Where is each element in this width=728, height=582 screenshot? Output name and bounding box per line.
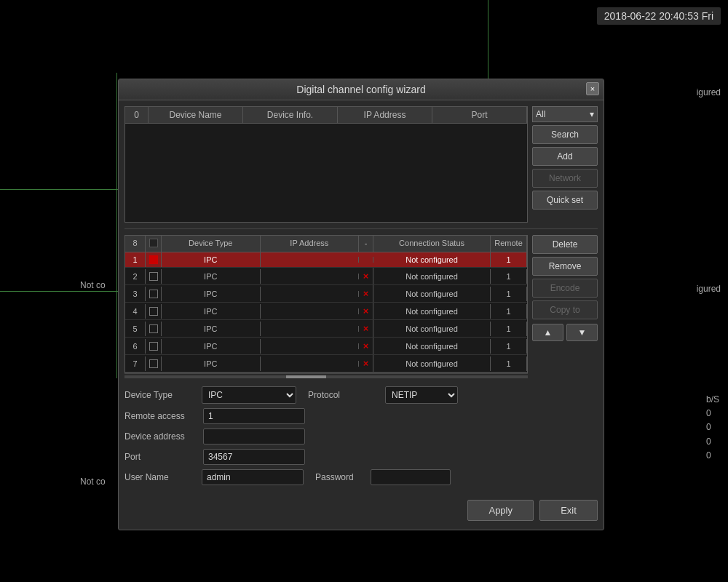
username-group: User Name [124, 469, 304, 485]
row2-type: IPC [162, 269, 261, 284]
ch-col-dash: - [359, 236, 373, 252]
username-label: User Name [124, 472, 197, 482]
channel-row[interactable]: 1 IPC Not configured 1 [125, 252, 527, 268]
row1-remote: 1 [491, 252, 527, 267]
row4-check[interactable] [146, 304, 162, 319]
row1-ip [261, 257, 360, 263]
col-port: Port [432, 107, 527, 123]
network-button[interactable]: Network [532, 169, 598, 188]
channel-row[interactable]: 4 IPC × Not configured 1 [125, 303, 527, 320]
row6-type: IPC [162, 339, 261, 354]
row6-ip [261, 343, 360, 349]
ch-col-num: 8 [125, 236, 146, 252]
dialog-title-bar: Digital channel config wizard × [119, 79, 604, 100]
configured-label-right1: igured [697, 87, 721, 97]
bitrate-display: b/S 0 0 0 0 [706, 393, 719, 463]
row3-type: IPC [162, 287, 261, 301]
remote-access-input[interactable] [203, 408, 305, 424]
main-dialog: Digital channel config wizard × 0 Device… [118, 79, 604, 530]
top-section: 0 Device Name Device Info. IP Address Po… [124, 106, 598, 223]
channel-header: 8 Device Type IP Address - Connection St… [125, 236, 527, 252]
col-num: 0 [125, 107, 149, 123]
row5-ip [261, 326, 360, 332]
row7-type: IPC [162, 356, 261, 371]
configured-label-right2: igured [697, 284, 721, 294]
row3-remote: 1 [491, 287, 527, 301]
row2-num: 2 [125, 269, 146, 284]
row4-num: 4 [125, 304, 146, 319]
device-list-top: 0 Device Name Device Info. IP Address Po… [124, 106, 528, 223]
delete-button[interactable]: Delete [532, 235, 598, 254]
channel-row[interactable]: 5 IPC × Not configured 1 [125, 320, 527, 338]
row5-remote: 1 [491, 322, 527, 336]
scrollbar-track [124, 375, 528, 378]
channel-row[interactable]: 3 IPC × Not configured 1 [125, 285, 527, 303]
channel-row[interactable]: 7 IPC × Not configured 1 [125, 355, 527, 372]
port-input[interactable] [203, 449, 305, 465]
row3-check[interactable] [146, 287, 162, 301]
ch-col-type: Device Type [162, 236, 261, 252]
col-ip-address: IP Address [338, 107, 432, 123]
protocol-select[interactable]: NETIP [385, 386, 458, 404]
row2-remote: 1 [491, 269, 527, 284]
password-input[interactable] [371, 469, 451, 485]
password-group: Password [315, 469, 451, 485]
username-input[interactable] [202, 469, 304, 485]
add-button[interactable]: Add [532, 147, 598, 166]
up-arrow-button[interactable]: ▲ [532, 324, 563, 341]
encode-button[interactable]: Encode [532, 279, 598, 298]
quick-set-button[interactable]: Quick set [532, 191, 598, 210]
horizontal-scrollbar[interactable] [124, 373, 528, 379]
row1-status: Not configured [373, 252, 491, 267]
dialog-title-text: Digital channel config wizard [296, 84, 425, 95]
device-address-input[interactable] [203, 428, 305, 445]
form-row-credentials: User Name Password [124, 469, 598, 485]
channel-row[interactable]: 6 IPC × Not configured 1 [125, 338, 527, 355]
ch-col-ip: IP Address [261, 236, 360, 252]
row1-check[interactable] [146, 252, 162, 267]
row5-status: Not configured [373, 322, 491, 336]
protocol-group: Protocol NETIP [308, 386, 458, 404]
form-row-device-protocol: Device Type IPC Protocol NETIP [124, 386, 598, 404]
copy-to-button[interactable]: Copy to [532, 300, 598, 319]
dropdown-arrow-icon: ▾ [590, 109, 594, 119]
row2-status: Not configured [373, 269, 491, 284]
form-row-remote: Remote access [124, 408, 598, 424]
row5-type: IPC [162, 322, 261, 336]
bitrate-label: b/S [706, 393, 719, 407]
exit-button[interactable]: Exit [539, 500, 598, 521]
row7-ip [261, 361, 360, 367]
device-type-select[interactable]: IPC [202, 386, 296, 404]
device-list-body [125, 124, 527, 218]
row1-num: 1 [125, 252, 146, 267]
remote-access-label: Remote access [124, 411, 197, 421]
row6-remote: 1 [491, 339, 527, 354]
ch-col-status: Connection Status [373, 236, 491, 252]
apply-button[interactable]: Apply [467, 500, 534, 521]
all-dropdown[interactable]: All ▾ [532, 106, 598, 122]
row4-remote: 1 [491, 304, 527, 319]
channel-row[interactable]: 2 IPC × Not configured 1 [125, 268, 527, 285]
row2-check[interactable] [146, 269, 162, 284]
bottom-section: 8 Device Type IP Address - Connection St… [124, 235, 598, 379]
not-configured-label-left1: Not co [80, 280, 106, 290]
remove-button[interactable]: Remove [532, 257, 598, 276]
timestamp: 2018-06-22 20:40:53 Fri [597, 7, 721, 25]
close-button[interactable]: × [586, 82, 599, 95]
password-label: Password [315, 472, 366, 482]
row7-check[interactable] [146, 356, 162, 371]
down-arrow-button[interactable]: ▼ [566, 324, 598, 341]
form-row-port: Port [124, 449, 598, 465]
device-type-label: Device Type [124, 390, 197, 400]
action-buttons: Apply Exit [124, 497, 598, 524]
col-device-info: Device Info. [243, 107, 338, 123]
row4-dash: × [359, 303, 373, 319]
row4-status: Not configured [373, 304, 491, 319]
device-address-label: Device address [124, 431, 197, 442]
scrollbar-thumb [286, 375, 326, 378]
row1-dash [359, 257, 373, 263]
search-button[interactable]: Search [532, 125, 598, 144]
port-label: Port [124, 452, 197, 462]
row6-check[interactable] [146, 339, 162, 354]
row5-check[interactable] [146, 322, 162, 336]
